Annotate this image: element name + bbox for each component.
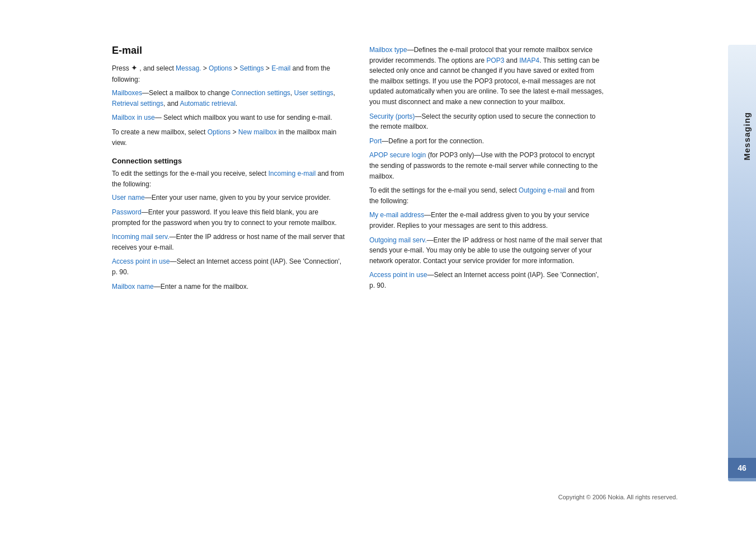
mailbox-in-use-entry: Mailbox in use— Select which mailbox you… bbox=[112, 113, 347, 123]
label-security-ports: Security (ports) bbox=[369, 113, 415, 120]
page-number-badge: 46 bbox=[728, 458, 756, 478]
label-user-name: User name bbox=[112, 194, 145, 202]
left-column: E-mail Press ✦ , and select Messag. > Op… bbox=[112, 45, 347, 296]
label-my-email-address: My e-mail address bbox=[369, 211, 424, 219]
label-mailbox-in-use: Mailbox in use bbox=[112, 114, 155, 121]
outgoing-intro-entry: To edit the settings for the e-mail you … bbox=[369, 185, 604, 206]
mailboxes-entry: Mailboxes—Select a mailbox to change Con… bbox=[112, 88, 347, 109]
link-options-new: Options bbox=[208, 128, 231, 136]
link-settings: Settings bbox=[240, 64, 264, 72]
link-incoming-email: Incoming e-mail bbox=[268, 170, 316, 177]
link-outgoing-email: Outgoing e-mail bbox=[519, 186, 566, 194]
new-mailbox-entry: To create a new mailbox, select Options … bbox=[112, 127, 347, 148]
copyright-text: Copyright © 2006 Nokia. All rights reser… bbox=[558, 494, 678, 500]
link-auto-retrieval: Automatic retrieval bbox=[180, 100, 235, 107]
columns: E-mail Press ✦ , and select Messag. > Op… bbox=[112, 45, 660, 296]
access-point-in-use-left-entry: Access point in use—Select an Internet a… bbox=[112, 256, 347, 277]
link-imap4: IMAP4 bbox=[519, 57, 539, 64]
apop-entry: APOP secure login (for POP3 only)—Use wi… bbox=[369, 150, 604, 181]
icon-menu: ✦ bbox=[131, 63, 138, 72]
label-mailbox-name: Mailbox name bbox=[112, 283, 154, 291]
sidebar-messaging-label: Messaging bbox=[742, 112, 752, 161]
password-entry: Password—Enter your password. If you lea… bbox=[112, 207, 347, 228]
main-content: E-mail Press ✦ , and select Messag. > Op… bbox=[0, 0, 722, 534]
security-ports-entry: Security (ports)—Select the security opt… bbox=[369, 111, 604, 132]
label-password: Password bbox=[112, 208, 142, 216]
link-new-mailbox: New mailbox bbox=[238, 128, 277, 136]
outgoing-mail-serv-entry: Outgoing mail serv.—Enter the IP address… bbox=[369, 235, 604, 266]
label-apop: APOP secure login bbox=[369, 151, 426, 159]
connection-settings-intro: To edit the settings for the e-mail you … bbox=[112, 168, 347, 189]
access-point-in-use-right-entry: Access point in use—Select an Internet a… bbox=[369, 270, 604, 291]
label-incoming-mail-serv: Incoming mail serv. bbox=[112, 233, 169, 241]
page-container: E-mail Press ✦ , and select Messag. > Op… bbox=[0, 0, 756, 534]
link-mailboxes: Mailboxes bbox=[112, 89, 142, 97]
page-title: E-mail bbox=[112, 45, 347, 57]
label-access-point-right: Access point in use bbox=[369, 271, 427, 279]
intro-paragraph: Press ✦ , and select Messag. > Options >… bbox=[112, 62, 347, 85]
mailbox-name-entry: Mailbox name—Enter a name for the mailbo… bbox=[112, 282, 347, 292]
link-connection-settings: Connection settings bbox=[231, 89, 290, 97]
user-name-entry: User name—Enter your user name, given to… bbox=[112, 193, 347, 203]
incoming-mail-serv-entry: Incoming mail serv.—Enter the IP address… bbox=[112, 232, 347, 252]
label-access-point-left: Access point in use bbox=[112, 257, 170, 265]
link-user-settings: User settings bbox=[294, 89, 334, 97]
link-retrieval-settings: Retrieval settings bbox=[112, 100, 163, 107]
my-email-address-entry: My e-mail address—Enter the e-mail addre… bbox=[369, 210, 604, 231]
port-entry: Port—Define a port for the connection. bbox=[369, 136, 604, 147]
label-mailbox-type: Mailbox type bbox=[369, 46, 407, 54]
mailbox-type-entry: Mailbox type—Defines the e-mail protocol… bbox=[369, 45, 604, 107]
link-pop3: POP3 bbox=[486, 57, 504, 64]
right-sidebar: Messaging 46 bbox=[722, 0, 756, 534]
label-port: Port bbox=[369, 137, 382, 145]
sidebar-gradient bbox=[728, 45, 756, 481]
link-options: Options bbox=[209, 64, 232, 72]
connection-settings-heading: Connection settings bbox=[112, 157, 347, 165]
label-outgoing-mail-serv: Outgoing mail serv. bbox=[369, 236, 427, 244]
link-email: E-mail bbox=[271, 64, 290, 72]
right-column: Mailbox type—Defines the e-mail protocol… bbox=[369, 45, 604, 296]
link-messag: Messag. bbox=[176, 64, 201, 72]
